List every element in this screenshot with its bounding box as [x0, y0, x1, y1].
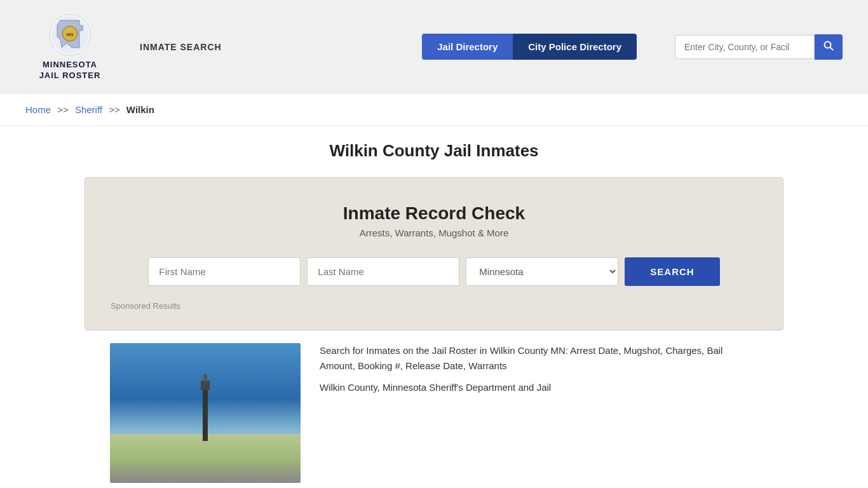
content-text: Search for Inmates on the Jail Roster in…: [320, 343, 758, 483]
nav-buttons: Jail Directory City Police Directory: [422, 34, 637, 60]
record-check-subtitle: Arrests, Warrants, Mugshot & More: [111, 227, 757, 238]
page-title: Wilkin County Jail Inmates: [0, 126, 868, 171]
breadcrumb-current: Wilkin: [126, 104, 154, 115]
header-search-input[interactable]: [675, 35, 815, 59]
breadcrumb-sep1: >>: [57, 104, 69, 115]
image-tower: [203, 390, 208, 441]
record-check-search-button[interactable]: SEARCH: [625, 257, 719, 286]
state-select[interactable]: Minnesota: [466, 257, 618, 286]
mn-logo-icon: MN: [48, 13, 92, 57]
content-description2: Wilkin County, Minnesota Sheriff's Depar…: [320, 380, 758, 395]
jail-directory-button[interactable]: Jail Directory: [422, 34, 513, 60]
content-description1: Search for Inmates on the Jail Roster in…: [320, 343, 758, 374]
record-check-title: Inmate Record Check: [111, 203, 757, 224]
record-check-form: Minnesota SEARCH: [111, 257, 757, 286]
inmate-search-link[interactable]: INMATE SEARCH: [140, 42, 222, 52]
header-search-button[interactable]: [815, 34, 843, 60]
header-search-area: [675, 34, 843, 60]
breadcrumb: Home >> Sheriff >> Wilkin: [0, 94, 868, 126]
breadcrumb-home[interactable]: Home: [25, 104, 51, 115]
record-check-container: Inmate Record Check Arrests, Warrants, M…: [85, 177, 783, 330]
image-ground: [110, 434, 301, 483]
sponsored-results: Sponsored Results: [111, 301, 757, 311]
svg-line-6: [831, 47, 834, 50]
header: MN MINNESOTA JAIL ROSTER INMATE SEARCH J…: [0, 0, 868, 94]
last-name-input[interactable]: [307, 257, 459, 286]
breadcrumb-sep2: >>: [109, 104, 120, 115]
search-icon: [824, 41, 834, 51]
first-name-input[interactable]: [148, 257, 301, 286]
svg-text:MN: MN: [67, 32, 74, 37]
content-image: [110, 343, 301, 483]
logo-text: MINNESOTA JAIL ROSTER: [39, 60, 101, 81]
breadcrumb-sheriff[interactable]: Sheriff: [75, 104, 102, 115]
logo-area: MN MINNESOTA JAIL ROSTER: [25, 13, 114, 81]
content-area: Search for Inmates on the Jail Roster in…: [85, 343, 783, 483]
city-police-directory-button[interactable]: City Police Directory: [513, 34, 637, 60]
svg-point-5: [825, 41, 831, 48]
